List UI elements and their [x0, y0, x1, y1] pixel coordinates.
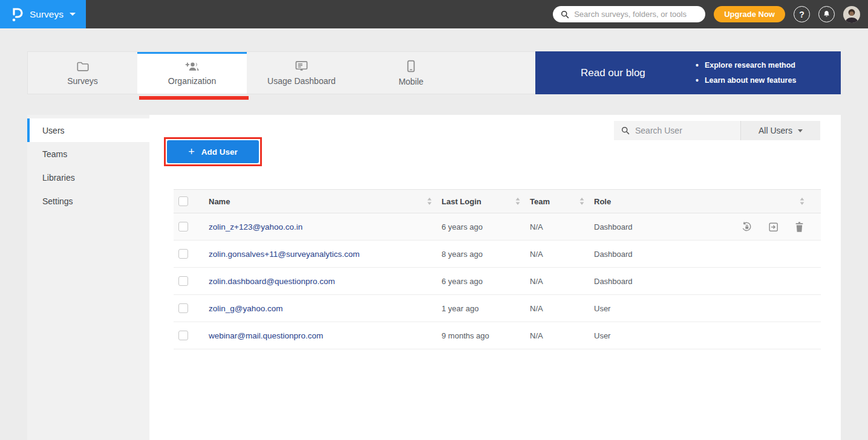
- role-value: User: [594, 331, 610, 340]
- add-user-label: Add User: [201, 147, 238, 157]
- table-row[interactable]: zolin.dashboard@questionpro.com 6 years …: [174, 268, 821, 295]
- chevron-down-icon: [798, 129, 803, 132]
- last-login-value: 9 months ago: [442, 331, 489, 340]
- blog-banner-title: Read our blog: [535, 67, 696, 79]
- tab-usage-dashboard[interactable]: Usage Dashboard: [247, 52, 356, 94]
- sidebar-item-label: Libraries: [42, 173, 75, 183]
- sidebar-item-label: Settings: [42, 196, 73, 206]
- table-row[interactable]: zolin_z+123@yahoo.co.in 6 years ago N/A …: [174, 213, 821, 241]
- questionpro-logo-icon: [10, 7, 24, 22]
- sidebar-item-label: Users: [42, 126, 65, 135]
- mobile-icon: [406, 60, 416, 73]
- blog-bullet: Learn about new features: [696, 76, 796, 85]
- last-login-value: 8 years ago: [442, 250, 483, 259]
- search-user-input[interactable]: [635, 126, 733, 135]
- tab-label: Organization: [168, 76, 216, 86]
- upgrade-now-button[interactable]: Upgrade Now: [714, 6, 785, 22]
- team-value: N/A: [530, 250, 543, 259]
- blog-banner[interactable]: Read our blog Explore research method Le…: [535, 51, 841, 94]
- user-email-link[interactable]: zolin_g@yahoo.com: [209, 304, 283, 313]
- users-table: Name Last Login Team Role zolin_z+123@ya…: [174, 189, 821, 349]
- row-checkbox[interactable]: [178, 303, 188, 313]
- sort-icon[interactable]: [427, 198, 432, 205]
- row-checkbox[interactable]: [178, 222, 188, 231]
- sort-icon[interactable]: [515, 198, 520, 205]
- user-filter-dropdown[interactable]: All Users: [740, 121, 820, 140]
- topbar: Surveys Upgrade Now ?: [0, 0, 868, 28]
- add-people-icon: [184, 60, 200, 72]
- plus-icon: +: [188, 146, 195, 157]
- tab-surveys[interactable]: Surveys: [28, 52, 137, 94]
- delete-user-icon[interactable]: [794, 221, 804, 233]
- organization-sidebar: Users Teams Libraries Settings: [27, 115, 149, 440]
- product-label: Surveys: [30, 9, 64, 20]
- table-header: Name Last Login Team Role: [174, 189, 821, 213]
- user-avatar[interactable]: [843, 6, 860, 23]
- column-header-role[interactable]: Role: [594, 197, 611, 206]
- role-value: Dashboard: [594, 250, 633, 259]
- tab-label: Mobile: [399, 77, 423, 86]
- last-login-value: 1 year ago: [442, 304, 478, 313]
- row-checkbox[interactable]: [178, 249, 188, 259]
- reset-password-icon[interactable]: [741, 221, 752, 233]
- team-value: N/A: [530, 277, 543, 286]
- global-search-input[interactable]: [574, 10, 697, 19]
- user-email-link[interactable]: webinar@mail.questionpro.com: [209, 331, 323, 340]
- team-value: N/A: [530, 222, 543, 231]
- organization-tab-highlight: [139, 96, 249, 100]
- last-login-value: 6 years ago: [442, 277, 483, 286]
- user-email-link[interactable]: zolin_z+123@yahoo.co.in: [209, 222, 302, 231]
- table-row[interactable]: webinar@mail.questionpro.com 9 months ag…: [174, 322, 821, 349]
- search-user-field[interactable]: [614, 121, 740, 140]
- organization-panel: Users Teams Libraries Settings All Users…: [27, 115, 841, 440]
- role-value: User: [594, 304, 610, 313]
- team-value: N/A: [530, 304, 543, 313]
- sidebar-item-teams[interactable]: Teams: [27, 142, 149, 166]
- table-body: zolin_z+123@yahoo.co.in 6 years ago N/A …: [174, 213, 821, 349]
- user-email-link[interactable]: zolin.dashboard@questionpro.com: [209, 277, 335, 286]
- table-row[interactable]: zolin.gonsalves+11@surveyanalytics.com 8…: [174, 241, 821, 268]
- search-icon: [561, 10, 569, 19]
- login-as-user-icon[interactable]: [768, 221, 779, 233]
- tab-label: Surveys: [67, 76, 98, 86]
- sidebar-item-settings[interactable]: Settings: [27, 189, 149, 213]
- user-email-link[interactable]: zolin.gonsalves+11@surveyanalytics.com: [209, 250, 359, 259]
- sort-icon[interactable]: [800, 198, 804, 205]
- role-value: Dashboard: [594, 277, 633, 286]
- row-checkbox[interactable]: [178, 331, 188, 340]
- add-user-button[interactable]: + Add User: [167, 140, 259, 163]
- table-row[interactable]: zolin_g@yahoo.com 1 year ago N/A User: [174, 295, 821, 322]
- row-checkbox[interactable]: [178, 276, 188, 286]
- section-tabs: Surveys Organization Usage Dashboard: [27, 51, 841, 94]
- folder-icon: [76, 60, 90, 72]
- add-user-highlight-box: + Add User: [164, 137, 262, 166]
- dashboard-icon: [295, 60, 308, 72]
- column-header-last-login[interactable]: Last Login: [442, 197, 481, 206]
- help-button[interactable]: ?: [794, 6, 810, 22]
- search-icon: [621, 126, 630, 135]
- column-header-name[interactable]: Name: [209, 197, 230, 206]
- role-value: Dashboard: [594, 222, 633, 231]
- product-switcher[interactable]: Surveys: [0, 0, 86, 28]
- tab-mobile[interactable]: Mobile: [356, 52, 466, 94]
- sort-icon[interactable]: [579, 198, 584, 205]
- column-header-team[interactable]: Team: [530, 197, 550, 206]
- tab-label: Usage Dashboard: [267, 76, 336, 86]
- sidebar-item-users[interactable]: Users: [27, 118, 149, 142]
- user-filter-label: All Users: [759, 126, 792, 135]
- chevron-down-icon: [70, 13, 76, 16]
- sidebar-item-libraries[interactable]: Libraries: [27, 166, 149, 189]
- bell-icon: [822, 10, 831, 19]
- notifications-button[interactable]: [818, 6, 835, 22]
- last-login-value: 6 years ago: [442, 222, 483, 231]
- blog-bullet: Explore research method: [696, 60, 796, 70]
- global-search[interactable]: [553, 6, 705, 22]
- tab-organization[interactable]: Organization: [137, 52, 247, 94]
- team-value: N/A: [530, 331, 543, 340]
- sidebar-item-label: Teams: [42, 149, 67, 159]
- select-all-checkbox[interactable]: [178, 196, 188, 206]
